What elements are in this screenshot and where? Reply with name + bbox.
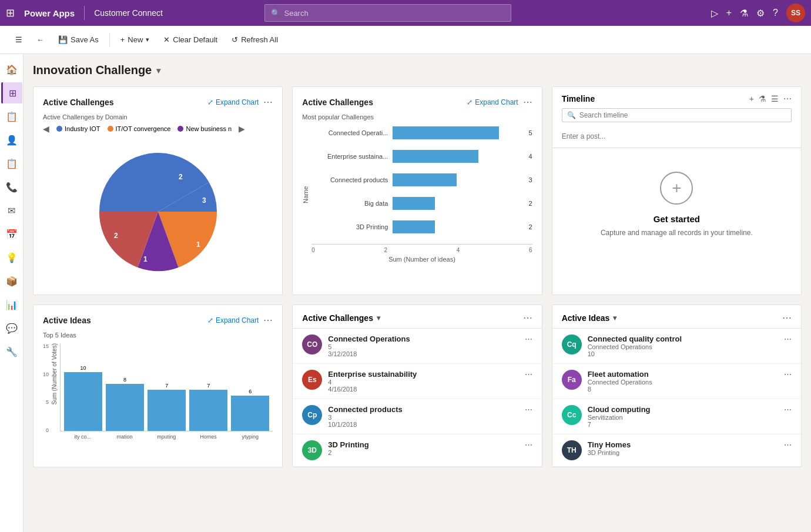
bar-fill-3 <box>393 173 457 186</box>
list-item: Cq Connected quality control Connected O… <box>552 329 801 364</box>
vbar-fill-1 <box>64 372 102 431</box>
timeline-search-input[interactable] <box>579 111 786 119</box>
new-button[interactable]: + New ▾ <box>115 32 156 48</box>
list2-more-2[interactable]: ⋯ <box>784 370 792 379</box>
sidebar-item-dashboard[interactable]: ⊞ <box>1 82 22 103</box>
user-avatar[interactable]: SS <box>786 4 805 22</box>
bar-track-1 <box>393 126 520 139</box>
list-avatar-2: Es <box>302 370 322 390</box>
x-label-2: mation <box>105 434 143 440</box>
list2-more-button[interactable]: ⋯ <box>782 312 792 323</box>
list-item: Fa Fleet automation Connected Operations… <box>552 364 801 399</box>
list-more-4[interactable]: ⋯ <box>525 440 532 449</box>
card3-more-button[interactable]: ⋯ <box>263 314 273 326</box>
list2-more-3[interactable]: ⋯ <box>784 405 792 414</box>
x-tick-3: 6 <box>529 247 532 253</box>
plus-icon[interactable]: + <box>726 8 732 18</box>
refresh-all-button[interactable]: ↺ Refresh All <box>226 32 284 48</box>
sidebar-item-activities[interactable]: 📋 <box>1 153 22 174</box>
vbar-val-4: 7 <box>207 383 210 389</box>
page-title: Innovation Challenge <box>33 63 152 77</box>
sidebar-item-settings[interactable]: 🔧 <box>1 341 22 362</box>
vbar-col-5: 6 <box>231 389 269 431</box>
list2-title-3: Cloud computing <box>588 405 778 414</box>
grid-icon[interactable]: ⊞ <box>6 6 15 19</box>
play-icon[interactable]: ▷ <box>711 8 718 19</box>
sidebar-item-calendar[interactable]: 📅 <box>1 223 22 245</box>
list2-dropdown[interactable]: ▾ <box>613 314 616 322</box>
toolbar: ☰ ← 💾 Save As + New ▾ ✕ Clear Default ↺ … <box>0 26 811 54</box>
list1-more-button[interactable]: ⋯ <box>523 312 532 323</box>
timeline-filter-button[interactable]: ⚗ <box>759 94 766 103</box>
bar-val-3: 3 <box>529 176 532 183</box>
timeline-title: Timeline <box>562 94 595 103</box>
expand-chart-1-button[interactable]: ⤢ Expand Chart <box>207 98 259 106</box>
legend-dot-3 <box>177 126 183 132</box>
timeline-sort-button[interactable]: ☰ <box>771 94 779 103</box>
list1-header: Active Challenges ▾ ⋯ <box>293 305 541 329</box>
sidebar-item-reports[interactable]: 📊 <box>1 294 22 315</box>
sidebar-item-ideas[interactable]: 💡 <box>1 247 22 268</box>
list-more-1[interactable]: ⋯ <box>525 334 532 343</box>
list2-more-4[interactable]: ⋯ <box>784 440 792 449</box>
settings-icon[interactable]: ⚙ <box>756 8 765 19</box>
help-icon[interactable]: ? <box>773 8 778 18</box>
timeline-more-button[interactable]: ⋯ <box>783 94 792 103</box>
timeline-empty-state: + Get started Capture and manage all rec… <box>552 148 801 260</box>
back-button[interactable]: ← <box>31 32 50 48</box>
global-search[interactable]: 🔍 <box>264 4 511 22</box>
timeline-add-button[interactable]: + <box>749 94 754 103</box>
legend-label-1: Industry IOT <box>65 125 100 132</box>
timeline-post-area[interactable] <box>552 127 801 148</box>
timeline-post-input[interactable] <box>562 132 792 140</box>
clear-default-button[interactable]: ✕ Clear Default <box>157 32 223 48</box>
card1-more-button[interactable]: ⋯ <box>263 96 273 108</box>
save-as-button[interactable]: 💾 Save As <box>52 32 105 48</box>
pie-chart: 2 3 1 1 2 <box>43 138 273 285</box>
list-title-4: 3D Printing <box>328 440 518 449</box>
bar-val-2: 4 <box>529 153 532 160</box>
timeline-search[interactable]: 🔍 <box>562 108 792 122</box>
list-title-2: Enterprise sustainability <box>328 370 518 379</box>
new-dropdown-icon[interactable]: ▾ <box>146 36 149 44</box>
list2-title-2: Fleet automation <box>588 370 778 379</box>
list-avatar-1: CO <box>302 334 322 354</box>
sidebar-item-contacts[interactable]: 👤 <box>1 129 22 150</box>
timeline-plus-button[interactable]: + <box>660 172 693 205</box>
expand-chart-2-button[interactable]: ⤢ Expand Chart <box>467 98 518 106</box>
sidebar-item-phone[interactable]: 📞 <box>1 176 22 198</box>
x-axis: 0 2 4 6 <box>311 244 532 253</box>
sidebar-item-records[interactable]: 📋 <box>1 106 22 127</box>
expand-chart-3-button[interactable]: ⤢ Expand Chart <box>207 316 259 324</box>
menu-toggle-button[interactable]: ☰ <box>9 32 28 48</box>
list2-meta-3: Servitization 7 <box>588 414 778 428</box>
card2-more-button[interactable]: ⋯ <box>523 96 532 108</box>
sidebar-item-packages[interactable]: 📦 <box>1 270 22 292</box>
list2-scroll[interactable]: Cq Connected quality control Connected O… <box>552 329 801 467</box>
filter-icon[interactable]: ⚗ <box>740 8 748 19</box>
legend-prev[interactable]: ◀ <box>43 124 49 133</box>
list-content-2: Enterprise sustainability 4 4/16/2018 <box>328 370 518 393</box>
sidebar-item-chat[interactable]: 💬 <box>1 317 22 339</box>
y-axis-ticks: 15 10 5 0 <box>43 343 49 434</box>
expand3-icon: ⤢ <box>207 316 213 324</box>
list-more-3[interactable]: ⋯ <box>525 405 532 414</box>
list1-dropdown[interactable]: ▾ <box>377 314 380 322</box>
x-label-3: mputing <box>148 434 186 440</box>
search-input[interactable] <box>284 9 505 18</box>
list2-title-4: Tiny Homes <box>588 440 778 449</box>
list-meta-1: 5 3/12/2018 <box>328 343 518 357</box>
list1-title: Active Challenges <box>302 313 373 323</box>
x-tick-0: 0 <box>311 247 315 253</box>
sidebar-item-mail[interactable]: ✉ <box>1 200 22 221</box>
active-challenges-list-card: Active Challenges ▾ ⋯ CO Connected Opera… <box>292 305 542 467</box>
list-more-2[interactable]: ⋯ <box>525 370 532 379</box>
save-icon: 💾 <box>58 35 68 44</box>
page-title-dropdown[interactable]: ▾ <box>156 66 160 75</box>
card1-title: Active Challenges <box>43 98 114 107</box>
sidebar-item-home[interactable]: 🏠 <box>1 59 22 80</box>
legend-label-3: New business n <box>186 125 232 132</box>
list1-scroll[interactable]: CO Connected Operations 5 3/12/2018 ⋯ Es <box>293 329 541 467</box>
list2-more-1[interactable]: ⋯ <box>784 334 792 343</box>
legend-next[interactable]: ▶ <box>239 124 245 133</box>
